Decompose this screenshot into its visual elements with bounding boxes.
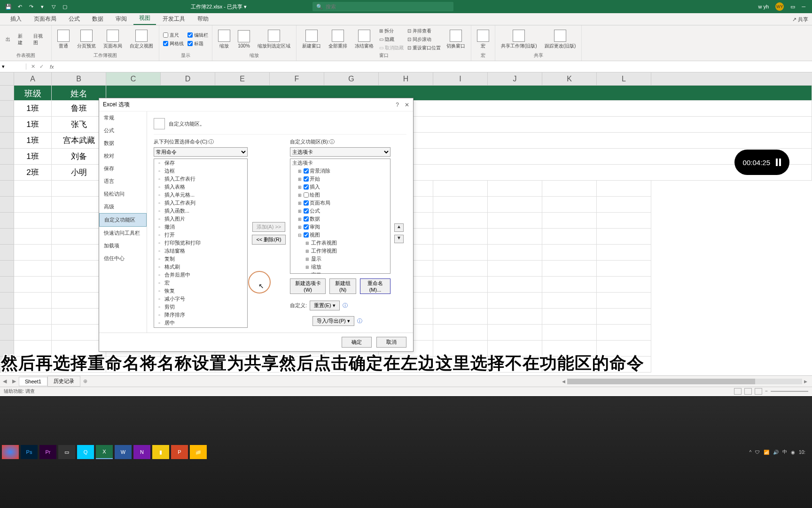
add-button[interactable]: 添加(A) >> [252, 222, 286, 232]
tab-view[interactable]: 视图 [133, 12, 156, 25]
tray-icon[interactable]: 🛡 [755, 450, 760, 455]
sidebar-item[interactable]: 加载项 [99, 239, 147, 252]
col-header[interactable]: J [488, 72, 542, 85]
commands-select[interactable]: 常用命令 [154, 147, 248, 157]
fx-icon[interactable]: fx [48, 64, 56, 70]
cell[interactable] [542, 293, 597, 309]
view-pagelayout-icon[interactable] [744, 388, 752, 395]
powerbi-icon[interactable]: ▮ [152, 445, 169, 459]
hscroll-left[interactable]: ◀ [562, 379, 565, 384]
user-avatar[interactable]: WY [775, 2, 784, 11]
col-header[interactable]: L [597, 72, 651, 85]
cell[interactable]: 1班 [14, 117, 52, 133]
command-item[interactable]: ▫插入工作表行 [154, 175, 247, 183]
cell[interactable] [488, 261, 542, 277]
sidebar-item[interactable]: 数据 [99, 137, 147, 150]
reset-button[interactable]: 重置(E) ▾ [310, 301, 340, 310]
help-icon[interactable]: ? [396, 102, 399, 108]
ok-button[interactable]: 确定 [342, 337, 372, 348]
pagebreak-view[interactable]: 分页预览 [74, 29, 99, 50]
tree-node[interactable]: ⊞窗口 [290, 271, 390, 274]
hide-check[interactable]: ▭隐藏 [378, 36, 405, 43]
command-item[interactable]: ▫边框 [154, 167, 247, 175]
cell[interactable]: 鲁班 [52, 101, 106, 117]
cell[interactable] [14, 197, 52, 213]
cell[interactable] [14, 309, 52, 325]
cell[interactable] [433, 309, 488, 325]
tree-node[interactable]: ⊞绘图 [290, 191, 390, 199]
zoom-slider[interactable] [771, 391, 808, 392]
cell[interactable] [433, 245, 488, 261]
zoom-100[interactable]: 100% [235, 29, 253, 49]
track-changes[interactable]: 跟踪更改(旧版) [542, 29, 579, 50]
clock[interactable]: 10: [799, 450, 805, 455]
word-icon[interactable]: W [115, 445, 132, 459]
cell[interactable] [488, 229, 542, 245]
share-button[interactable]: ↗ 共享 [789, 14, 812, 25]
pagelayout-view[interactable]: 页面布局 [101, 29, 125, 50]
sheet-view-new[interactable]: 新建 [15, 32, 29, 47]
recording-timer[interactable]: 00:04:25 [734, 150, 789, 175]
ribbon-tree[interactable]: 主选项卡⊞背景消除⊞开始⊞插入⊞绘图⊞页面布局⊞公式⊞数据⊞审阅⊟视图⊞工作表视… [290, 159, 390, 274]
cell[interactable] [433, 229, 488, 245]
cell[interactable] [52, 181, 106, 197]
cell[interactable]: 1班 [14, 149, 52, 165]
cancel-icon[interactable]: ✕ [29, 64, 37, 70]
command-item[interactable]: ▫插入表格 [154, 183, 247, 191]
col-header[interactable]: E [215, 72, 270, 85]
tab-developer[interactable]: 开发工具 [157, 13, 191, 25]
cell[interactable] [542, 277, 597, 293]
tree-node[interactable]: ⊞审阅 [290, 223, 390, 231]
folder-icon[interactable]: 📁 [190, 445, 207, 459]
cell[interactable] [52, 229, 106, 245]
cell[interactable] [433, 277, 488, 293]
cell[interactable] [542, 325, 597, 341]
cell[interactable] [433, 213, 488, 229]
excel-icon[interactable]: X [96, 445, 113, 459]
sheet-tab[interactable]: Sheet1 [19, 377, 47, 386]
col-header[interactable]: I [433, 72, 488, 85]
tab-insert[interactable]: 插入 [5, 13, 27, 25]
cell[interactable] [542, 261, 597, 277]
col-header[interactable]: C [106, 72, 161, 85]
command-item[interactable]: ▫合并后居中 [154, 271, 247, 279]
cell[interactable]: 2班 [14, 165, 52, 181]
cell[interactable] [488, 293, 542, 309]
tray-icon[interactable]: ◉ [791, 450, 795, 455]
enter-icon[interactable]: ✓ [38, 64, 45, 70]
normal-view[interactable]: 普通 [55, 29, 72, 50]
tree-node[interactable]: ⊞开始 [290, 175, 390, 183]
photoshop-icon[interactable]: Ps [21, 445, 38, 459]
cell[interactable]: 宫本武藏 [52, 133, 106, 149]
formulabar-check[interactable]: 编辑栏 [187, 32, 209, 39]
pause-icon[interactable] [776, 159, 781, 166]
user-name[interactable]: w yh [758, 4, 769, 9]
cell[interactable] [597, 229, 651, 245]
command-item[interactable]: ▫开始计算 [154, 327, 247, 328]
command-item[interactable]: ▫撤消 [154, 223, 247, 231]
cell[interactable] [52, 197, 106, 213]
view-normal-icon[interactable] [734, 388, 742, 395]
cell[interactable] [14, 293, 52, 309]
col-header[interactable]: H [379, 72, 433, 85]
view-pagebreak-icon[interactable] [755, 388, 762, 395]
search-input[interactable] [326, 4, 450, 9]
name-box[interactable]: ▾ [0, 64, 26, 70]
onenote-icon[interactable]: N [133, 445, 150, 459]
minimize-icon[interactable]: ─ [802, 4, 805, 9]
cell[interactable] [14, 245, 52, 261]
app-icon[interactable]: Q [77, 445, 94, 459]
sheet-nav-left[interactable]: ◀ [0, 378, 9, 384]
cell[interactable] [488, 277, 542, 293]
search-box[interactable]: 🔍 [312, 2, 453, 11]
tree-node[interactable]: ⊞缩放 [290, 263, 390, 271]
tree-node[interactable]: ⊞工作表视图 [290, 239, 390, 247]
cell[interactable] [597, 277, 651, 293]
command-item[interactable]: ▫复制 [154, 255, 247, 263]
header-cell[interactable]: 班级 [14, 86, 52, 101]
sheet-tab[interactable]: 历史记录 [47, 376, 80, 387]
cell[interactable] [597, 213, 651, 229]
zoom-out-icon[interactable]: − [765, 389, 768, 394]
command-item[interactable]: ▫插入单元格... [154, 191, 247, 199]
tree-node[interactable]: ⊞工作簿视图 [290, 247, 390, 255]
